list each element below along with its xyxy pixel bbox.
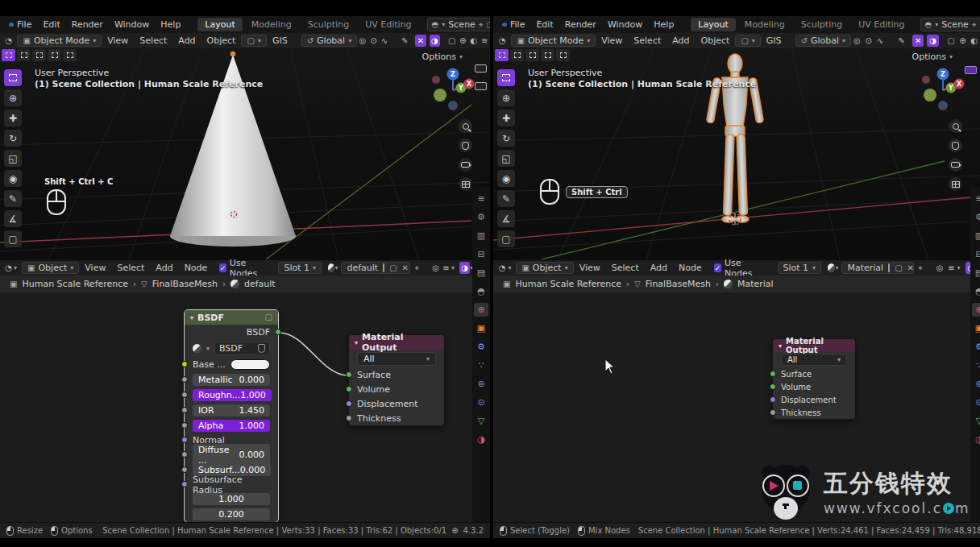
transform-tool[interactable]: ◉ bbox=[497, 170, 515, 187]
collapse-icon[interactable]: ▾ bbox=[190, 314, 193, 321]
pin-icon[interactable]: ⌖ bbox=[972, 21, 977, 29]
add-cube-tool[interactable]: ▢ bbox=[4, 230, 22, 247]
shading-mode-icon[interactable]: ◐ bbox=[468, 35, 479, 47]
subsurface-socket[interactable] bbox=[181, 466, 188, 473]
node-editor-canvas[interactable]: ▾ BSDF ▢ BSDF ▾ BSDF Base ... bbox=[0, 292, 490, 522]
tab-layout[interactable]: Layout bbox=[691, 18, 735, 31]
overlay-toggle-icon[interactable]: ◑ bbox=[459, 262, 470, 274]
perspective-toggle-icon[interactable] bbox=[949, 177, 962, 191]
bsdf-node[interactable]: ▾ BSDF ▢ BSDF ▾ BSDF Base ... bbox=[184, 309, 279, 522]
camera-view-icon[interactable] bbox=[949, 158, 962, 172]
menu-help[interactable]: Help bbox=[155, 19, 186, 30]
snap-target-icon[interactable]: ≡ bbox=[945, 262, 957, 274]
material-name-field[interactable]: Material ▢ ✕ bbox=[841, 262, 914, 274]
editor-type-icon[interactable]: ◔ bbox=[496, 262, 508, 274]
pin-icon[interactable]: ⌖ bbox=[918, 264, 923, 272]
scale-tool[interactable]: ◱ bbox=[4, 150, 22, 167]
tab-modeling[interactable]: Modeling bbox=[244, 18, 299, 31]
annotate-tool[interactable]: ✎ bbox=[497, 190, 515, 207]
object-tab-icon[interactable]: ▣ bbox=[474, 321, 488, 335]
particles-tab-icon[interactable]: ∵ bbox=[474, 358, 488, 372]
breadcrumb-mesh[interactable]: FinalBaseMesh bbox=[152, 279, 218, 289]
menu-node[interactable]: Node bbox=[179, 263, 214, 273]
material-sphere-icon[interactable] bbox=[828, 263, 835, 272]
menu-node[interactable]: Node bbox=[673, 263, 708, 273]
snap-icon[interactable]: ◎ bbox=[430, 262, 441, 274]
move-tool[interactable]: ✚ bbox=[4, 110, 22, 126]
slot-selector[interactable]: Slot 1 ▾ bbox=[278, 262, 322, 274]
select-mode-invert[interactable] bbox=[48, 49, 61, 61]
menu-edit[interactable]: Edit bbox=[37, 19, 65, 30]
select-mode-invert[interactable] bbox=[541, 49, 554, 61]
breadcrumb-object[interactable]: Human Scale Reference bbox=[22, 279, 128, 289]
slot-selector[interactable]: Slot 1 ▾ bbox=[778, 262, 822, 274]
bsdf-node-header[interactable]: ▾ BSDF ▢ bbox=[185, 310, 278, 325]
wireframe-globe-icon[interactable]: ⊕ bbox=[957, 35, 968, 47]
menu-view[interactable]: View bbox=[574, 263, 606, 273]
snap-icon[interactable]: ◎ bbox=[934, 262, 945, 274]
radius-value-field[interactable]: 1.000 bbox=[193, 493, 270, 505]
material-name-field[interactable]: default ▢ ✕ bbox=[341, 262, 410, 274]
menu-file[interactable]: File bbox=[505, 19, 530, 30]
fake-user-shield-icon[interactable] bbox=[888, 263, 890, 272]
select-mode-set[interactable] bbox=[2, 49, 15, 61]
annotate-tool[interactable]: ✎ bbox=[4, 190, 22, 207]
orientation-selector[interactable]: ↺ Global ▾ bbox=[301, 35, 358, 47]
perspective-toggle-icon[interactable] bbox=[459, 177, 472, 191]
displacement-socket[interactable] bbox=[346, 400, 352, 407]
xray-toggle-icon[interactable]: ✕ bbox=[912, 35, 924, 47]
particles-tab-icon[interactable]: ∵ bbox=[972, 358, 980, 372]
viewlayer-tab-icon[interactable]: ▤ bbox=[474, 266, 488, 280]
physics-tab-icon[interactable]: ⊚ bbox=[972, 377, 980, 391]
menu-view[interactable]: View bbox=[79, 263, 111, 273]
navigation-gizmo[interactable]: Z Y X bbox=[919, 66, 969, 116]
surface-socket[interactable] bbox=[346, 371, 352, 378]
move-tool[interactable]: ✚ bbox=[497, 110, 515, 126]
displacement-socket[interactable] bbox=[770, 396, 776, 403]
options-dropdown[interactable]: Options ▾ bbox=[907, 51, 957, 63]
viewport-3d[interactable]: User Perspective (1) Scene Collection | … bbox=[493, 48, 980, 259]
cursor-tool[interactable]: ⊕ bbox=[4, 89, 22, 106]
menu-select[interactable]: Select bbox=[628, 35, 666, 46]
snap-target-icon[interactable]: ≡ bbox=[441, 262, 451, 274]
output-tab-icon[interactable]: ⊟ bbox=[972, 247, 980, 261]
copy-material-icon[interactable]: ▢ bbox=[389, 264, 397, 272]
cursor-tool[interactable]: ⊕ bbox=[497, 89, 515, 106]
xray-toggle-icon[interactable]: ✕ bbox=[415, 35, 426, 47]
pin-icon[interactable]: ⌖ bbox=[414, 264, 419, 272]
menu-window[interactable]: Window bbox=[602, 19, 648, 30]
alpha-field[interactable]: Alpha 1.000 bbox=[193, 420, 270, 432]
menu-select[interactable]: Select bbox=[111, 263, 150, 273]
volume-socket[interactable] bbox=[346, 386, 352, 392]
roughness-socket[interactable] bbox=[181, 392, 188, 398]
radius-value-field[interactable]: 0.200 bbox=[193, 508, 270, 520]
target-dropdown[interactable]: All ▾ bbox=[357, 352, 436, 366]
subsurface-radius-socket[interactable] bbox=[181, 481, 188, 487]
menu-add[interactable]: Add bbox=[645, 263, 673, 273]
constraints-tab-icon[interactable]: ⊙ bbox=[972, 396, 980, 409]
scene-tab-icon[interactable]: ◓ bbox=[972, 284, 980, 298]
editor-type-icon[interactable]: ◔ bbox=[3, 35, 14, 47]
world-tab-icon[interactable]: ⊕ bbox=[474, 303, 488, 317]
orientation-selector[interactable]: ↺ Global ▾ bbox=[795, 35, 852, 47]
material-sphere-icon[interactable] bbox=[328, 263, 334, 272]
zoom-icon[interactable] bbox=[949, 119, 962, 133]
unlink-material-icon[interactable]: ✕ bbox=[402, 264, 409, 272]
menu-add[interactable]: Add bbox=[666, 35, 695, 46]
normal-socket[interactable] bbox=[181, 437, 188, 443]
use-nodes-checkbox[interactable]: ✓ bbox=[219, 263, 226, 272]
shader-selector[interactable]: BSDF bbox=[214, 342, 270, 355]
gizmo-toggle-icon[interactable]: ✎ bbox=[895, 35, 907, 47]
material-tab-icon[interactable]: ◑ bbox=[972, 433, 980, 446]
menu-object[interactable]: Object bbox=[696, 35, 736, 46]
menu-add[interactable]: Add bbox=[150, 263, 178, 273]
viewlayer-tab-icon[interactable]: ▤ bbox=[972, 266, 980, 280]
data-tab-icon[interactable]: ▽ bbox=[474, 414, 488, 428]
thickness-socket[interactable] bbox=[346, 415, 352, 421]
select-mode-intersect[interactable] bbox=[63, 49, 77, 61]
overlays-icon[interactable]: ▢ bbox=[446, 35, 457, 47]
menu-help[interactable]: Help bbox=[648, 19, 679, 30]
breadcrumb-mesh[interactable]: FinalBaseMesh bbox=[646, 279, 711, 289]
base-color-swatch[interactable] bbox=[230, 359, 270, 370]
shading-sphere-icon[interactable]: ◑ bbox=[927, 35, 938, 47]
